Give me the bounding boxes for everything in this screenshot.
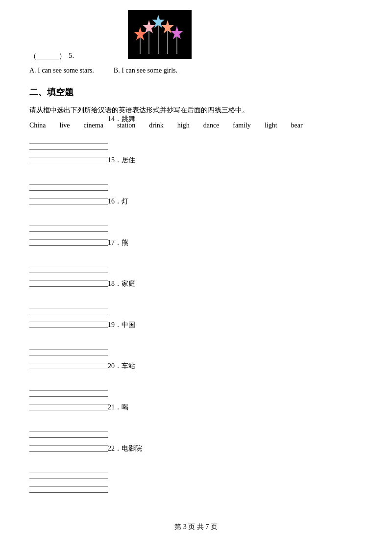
page-number: 第 3 页 共 7 页 bbox=[174, 523, 218, 530]
item-label-22: 22．电影院 bbox=[108, 444, 142, 453]
writing-lines-15[interactable] bbox=[29, 184, 108, 211]
item-label-19: 19．中国 bbox=[108, 321, 140, 329]
answer-bracket-5[interactable]: （______） bbox=[29, 51, 66, 61]
word-cinema: cinema bbox=[83, 122, 103, 129]
word-light: light bbox=[265, 122, 277, 129]
writing-lines-16[interactable] bbox=[29, 226, 108, 252]
word-dance: dance bbox=[203, 122, 220, 129]
fill-item-14: 14．跳舞 bbox=[29, 139, 363, 178]
word-high: high bbox=[177, 122, 190, 129]
question-5-image bbox=[128, 10, 192, 59]
word-drink: drink bbox=[149, 122, 164, 129]
word-china: China bbox=[29, 122, 46, 129]
writing-lines-20[interactable] bbox=[29, 390, 108, 417]
item-label-20: 20．车站 bbox=[108, 362, 140, 371]
writing-lines-22[interactable] bbox=[29, 473, 108, 499]
fill-item-22: 22．电影院 bbox=[29, 469, 363, 508]
writing-lines-17[interactable] bbox=[29, 267, 108, 293]
fill-item-17: 17．熊 bbox=[29, 263, 363, 302]
fill-item-15: 15．居住 bbox=[29, 180, 363, 220]
word-bear: bear bbox=[291, 122, 303, 129]
fill-instruction: 请从框中选出下列所给汉语的英语表达形式并抄写在后面的四线三格中。 bbox=[29, 106, 363, 115]
option-b: B. I can see some girls. bbox=[114, 67, 177, 75]
page-footer: 第 3 页 共 7 页 bbox=[29, 523, 363, 531]
fill-items-container: 14．跳舞 15．居住 16．灯 bbox=[29, 139, 363, 508]
item-label-21: 21．喝 bbox=[108, 403, 140, 412]
word-bank: China live cinema station drink high dan… bbox=[29, 122, 363, 129]
word-live: live bbox=[59, 122, 70, 129]
word-family: family bbox=[233, 122, 251, 129]
question-number-5: 5. bbox=[69, 51, 74, 60]
fill-item-19: 19．中国 bbox=[29, 345, 363, 384]
item-label-16: 16．灯 bbox=[108, 197, 140, 206]
writing-lines-21[interactable] bbox=[29, 431, 108, 458]
writing-lines-19[interactable] bbox=[29, 349, 108, 376]
item-label-17: 17．熊 bbox=[108, 238, 140, 247]
fill-item-18: 18．家庭 bbox=[29, 304, 363, 343]
item-label-15: 15．居住 bbox=[108, 156, 140, 165]
option-a: A. I can see some stars. bbox=[29, 67, 94, 75]
question-5-options: A. I can see some stars. B. I can see so… bbox=[29, 67, 363, 75]
writing-lines-14[interactable] bbox=[29, 143, 108, 170]
fill-item-16: 16．灯 bbox=[29, 222, 363, 261]
item-label-14: 14．跳舞 bbox=[108, 115, 140, 124]
fill-item-21: 21．喝 bbox=[29, 428, 363, 467]
fill-item-20: 20．车站 bbox=[29, 386, 363, 426]
question-5-container: （______） 5. bbox=[29, 10, 363, 61]
section-2-title: 二、填空题 bbox=[29, 86, 363, 98]
writing-lines-18[interactable] bbox=[29, 308, 108, 334]
item-label-18: 18．家庭 bbox=[108, 279, 140, 288]
